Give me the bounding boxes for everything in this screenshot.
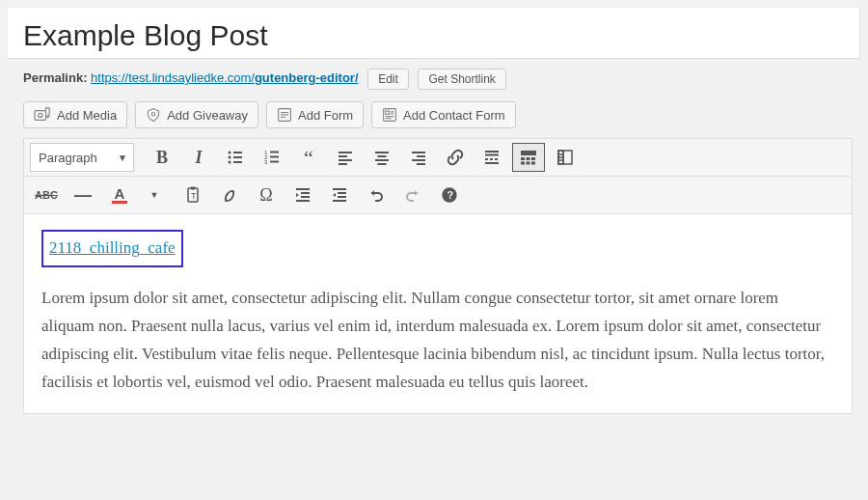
get-shortlink-button[interactable]: Get Shortlink xyxy=(418,69,505,90)
svg-text:?: ? xyxy=(447,189,453,201)
svg-rect-36 xyxy=(412,159,425,161)
blockquote-button[interactable]: “ xyxy=(292,143,325,172)
editor-toolbar-1: Paragraph ▼ B I 123 “ xyxy=(24,139,852,177)
svg-marker-65 xyxy=(296,193,299,197)
svg-rect-63 xyxy=(301,196,310,198)
svg-rect-64 xyxy=(296,200,310,202)
svg-rect-19 xyxy=(233,161,242,163)
svg-rect-37 xyxy=(417,163,425,165)
svg-rect-58 xyxy=(191,187,195,190)
svg-rect-34 xyxy=(412,152,425,153)
svg-rect-45 xyxy=(521,157,525,160)
svg-rect-41 xyxy=(490,158,493,160)
align-center-button[interactable] xyxy=(366,143,398,172)
permalink-row: Permalink: https://test.lindsayliedke.co… xyxy=(8,59,868,94)
svg-rect-17 xyxy=(233,156,242,158)
numbered-list-button[interactable]: 123 xyxy=(256,143,288,172)
special-character-button[interactable]: Ω xyxy=(250,181,283,209)
outdent-button[interactable] xyxy=(286,181,319,209)
svg-text:3: 3 xyxy=(264,159,268,165)
bullet-list-button[interactable] xyxy=(219,143,252,172)
media-link[interactable]: 2118_chilling_cafe xyxy=(49,238,176,257)
indent-button[interactable] xyxy=(323,181,356,209)
text-color-button[interactable]: A xyxy=(103,181,136,209)
editor-toolbar-2: ABC — A ▼ T Ω xyxy=(24,177,852,214)
permalink-link[interactable]: https://test.lindsayliedke.com/gutenberg… xyxy=(91,70,358,85)
add-giveaway-button[interactable]: Add Giveaway xyxy=(135,101,258,128)
strikethrough-button[interactable]: ABC xyxy=(30,181,63,209)
svg-point-3 xyxy=(151,112,155,116)
svg-rect-49 xyxy=(527,162,530,165)
svg-point-16 xyxy=(229,156,231,159)
chevron-down-icon: ▼ xyxy=(118,153,127,163)
svg-rect-31 xyxy=(378,155,387,157)
italic-button[interactable]: I xyxy=(182,143,215,172)
svg-point-2 xyxy=(46,115,49,118)
undo-button[interactable] xyxy=(360,181,393,209)
svg-rect-35 xyxy=(417,155,425,157)
svg-rect-62 xyxy=(301,192,310,194)
add-media-button[interactable]: Add Media xyxy=(23,101,127,128)
svg-rect-33 xyxy=(378,163,387,165)
svg-rect-38 xyxy=(485,151,499,153)
svg-rect-29 xyxy=(339,163,347,165)
svg-rect-30 xyxy=(375,152,389,153)
svg-rect-23 xyxy=(270,156,279,158)
insert-readmore-button[interactable] xyxy=(475,143,508,172)
form-icon xyxy=(277,107,292,123)
body-paragraph: Lorem ipsum dolor sit amet, consectetur … xyxy=(41,285,834,397)
svg-rect-39 xyxy=(485,154,499,156)
svg-rect-0 xyxy=(35,111,46,121)
camera-music-icon xyxy=(34,107,51,123)
svg-rect-47 xyxy=(531,157,535,160)
align-right-button[interactable] xyxy=(402,143,435,172)
link-button[interactable] xyxy=(439,143,472,172)
editor-content[interactable]: 2118_chilling_cafe Lorem ipsum dolor sit… xyxy=(24,214,852,413)
svg-rect-68 xyxy=(338,196,346,198)
add-contact-form-button[interactable]: Add Contact Form xyxy=(371,101,516,128)
svg-rect-26 xyxy=(339,152,352,153)
text-color-dropdown[interactable]: ▼ xyxy=(140,181,173,209)
svg-text:T: T xyxy=(191,191,197,201)
svg-rect-46 xyxy=(527,157,530,160)
add-form-button[interactable]: Add Form xyxy=(266,101,364,128)
svg-point-18 xyxy=(229,161,231,164)
paste-text-button[interactable]: T xyxy=(176,181,209,209)
svg-rect-50 xyxy=(531,162,535,165)
svg-rect-67 xyxy=(338,192,346,194)
edit-permalink-button[interactable]: Edit xyxy=(367,69,409,90)
format-select[interactable]: Paragraph ▼ xyxy=(30,143,134,172)
svg-rect-44 xyxy=(521,151,536,155)
selected-link-highlight: 2118_chilling_cafe xyxy=(41,230,183,267)
svg-rect-27 xyxy=(339,155,347,157)
svg-rect-42 xyxy=(495,158,498,160)
svg-rect-15 xyxy=(233,152,242,153)
svg-rect-32 xyxy=(375,159,389,161)
tinymce-editor: Paragraph ▼ B I 123 “ xyxy=(23,138,853,414)
toolbar-toggle-button[interactable] xyxy=(512,143,545,172)
shield-icon xyxy=(146,107,161,123)
svg-rect-43 xyxy=(485,162,499,164)
svg-marker-70 xyxy=(333,193,336,197)
svg-point-1 xyxy=(39,113,42,117)
permalink-label: Permalink: xyxy=(23,70,87,85)
svg-rect-25 xyxy=(270,161,279,163)
align-left-button[interactable] xyxy=(329,143,362,172)
redo-button[interactable] xyxy=(396,181,429,209)
svg-rect-69 xyxy=(333,200,346,202)
svg-point-14 xyxy=(229,152,231,154)
svg-rect-40 xyxy=(485,158,488,160)
clear-formatting-button[interactable] xyxy=(213,181,246,209)
svg-rect-61 xyxy=(296,188,310,190)
bold-button[interactable]: B xyxy=(146,143,178,172)
svg-rect-48 xyxy=(521,162,525,165)
svg-rect-66 xyxy=(333,188,346,190)
svg-rect-21 xyxy=(270,152,279,153)
distraction-free-button[interactable] xyxy=(549,143,582,172)
post-title-input[interactable] xyxy=(23,15,844,56)
svg-rect-28 xyxy=(339,159,352,161)
help-button[interactable]: ? xyxy=(433,181,466,209)
horizontal-rule-button[interactable]: — xyxy=(67,181,99,209)
contact-form-icon xyxy=(382,107,397,123)
svg-rect-9 xyxy=(386,111,390,114)
